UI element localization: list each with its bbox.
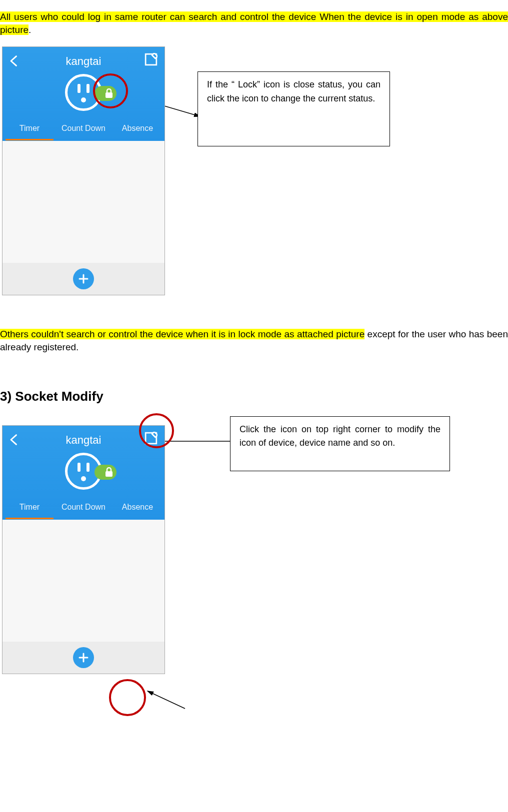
intro-line-1-highlight: All users who could log in same router c… [0, 11, 508, 35]
intro-line-2: Others couldn't search or control the de… [0, 326, 508, 353]
section-heading: 3) Socket Modify [0, 389, 508, 404]
lock-toggle[interactable] [94, 465, 116, 480]
add-button[interactable] [73, 268, 94, 289]
plus-icon [78, 273, 89, 284]
tab-absence[interactable]: Absence [110, 498, 164, 518]
figure-lock: kangtai Timer Count Down Ab [0, 46, 508, 316]
tabs: Timer Count Down Absence [2, 119, 164, 141]
device-title: kangtai [2, 55, 164, 68]
phone-footer [2, 263, 164, 295]
device-plug-icon[interactable] [2, 453, 164, 492]
add-button[interactable] [73, 647, 94, 668]
callout-modify-text: Click the icon on top right corner to mo… [240, 424, 440, 448]
tab-timer[interactable]: Timer [2, 119, 56, 139]
tab-countdown[interactable]: Count Down [56, 119, 110, 139]
phone-screenshot-2: kangtai Timer Count Down Ab [2, 425, 165, 674]
phone-body-empty [2, 520, 164, 642]
lock-toggle[interactable] [94, 86, 116, 101]
callout-lock: If the “ Lock” icon is close status, you… [198, 71, 390, 146]
lock-icon [104, 88, 114, 98]
tab-absence[interactable]: Absence [110, 119, 164, 139]
tab-countdown[interactable]: Count Down [56, 498, 110, 518]
phone-body-empty [2, 141, 164, 263]
svg-line-6 [148, 691, 185, 709]
tab-timer[interactable]: Timer [2, 498, 56, 518]
lock-icon [104, 467, 114, 477]
callout-modify: Click the icon on top right corner to mo… [230, 416, 450, 471]
phone-header: kangtai Timer Count Down Ab [2, 47, 164, 141]
callout-lock-text: If the “ Lock” icon is close status, you… [207, 79, 380, 103]
phone-footer [2, 642, 164, 674]
tabs: Timer Count Down Absence [2, 498, 164, 520]
edit-icon[interactable] [144, 53, 158, 66]
intro-line-1: All users who could log in same router c… [0, 9, 508, 37]
device-title: kangtai [2, 434, 164, 447]
edit-icon[interactable] [144, 432, 158, 445]
svg-rect-2 [106, 92, 112, 98]
plus-icon [78, 652, 89, 663]
phone-header: kangtai Timer Count Down Ab [2, 426, 164, 520]
arrow-bottom [145, 686, 190, 711]
figure-modify: kangtai Timer Count Down Ab [0, 416, 508, 812]
device-plug-icon[interactable] [2, 74, 164, 113]
svg-rect-5 [106, 471, 112, 477]
intro-line-1-tail: . [28, 24, 31, 35]
intro-line-2-highlight: Others couldn't search or control the de… [0, 329, 364, 339]
phone-screenshot-1: kangtai Timer Count Down Ab [2, 46, 165, 295]
annotation-circle-bottom [109, 679, 146, 716]
